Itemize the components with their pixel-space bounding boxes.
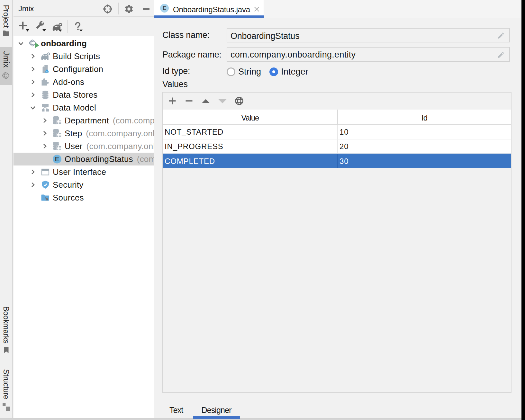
values-toolbar xyxy=(163,93,511,110)
package-name-field[interactable]: com.company.onboarding.entity xyxy=(227,47,510,62)
chevron-right-icon[interactable] xyxy=(29,65,37,73)
gradle-icon xyxy=(41,51,50,61)
tab-onboardingstatus[interactable]: E OnboardingStatus.java xyxy=(154,0,264,18)
move-up-icon[interactable] xyxy=(201,96,211,106)
stripe-button-project[interactable]: Project xyxy=(0,5,12,37)
tool-window-header: Jmix xyxy=(14,0,154,17)
add-value-icon[interactable] xyxy=(168,96,177,106)
tree-item-security[interactable]: Security xyxy=(14,178,154,191)
editor-area: E OnboardingStatus.java Class name: Onbo… xyxy=(154,0,521,418)
tree-item-department[interactable]: Department(com.company.onboarding.entity… xyxy=(14,114,154,127)
locate-icon[interactable] xyxy=(103,0,113,18)
tree-item-data-stores[interactable]: Data Stores xyxy=(14,88,154,101)
tree-item-label: Add-ons xyxy=(53,77,84,87)
radio-selected-icon[interactable] xyxy=(269,67,278,76)
entity-icon xyxy=(52,129,62,138)
tree-item-package: (com.company.onboarding.entity) xyxy=(137,154,154,164)
stripe-button-jmix[interactable]: Jmix xyxy=(0,47,12,85)
bottom-tab-text[interactable]: Text xyxy=(161,402,191,418)
radio-option-integer[interactable]: Integer xyxy=(269,67,317,77)
localize-icon[interactable] xyxy=(235,96,244,106)
bookmark-icon xyxy=(2,346,10,354)
tab-title: OnboardingStatus.java xyxy=(173,5,250,14)
tree-item-data-model[interactable]: Data Model xyxy=(14,101,154,114)
help-icon[interactable] xyxy=(74,21,86,33)
chevron-down-icon[interactable] xyxy=(29,103,37,112)
tree-item-step[interactable]: Step(com.company.onboarding.entity) xyxy=(14,127,154,140)
stripe-button-bookmarks[interactable]: Bookmarks xyxy=(0,306,12,354)
move-down-icon xyxy=(218,96,228,106)
tree-item-label: Step xyxy=(65,129,82,139)
structure-icon xyxy=(2,403,10,411)
tree-item-label: Build Scripts xyxy=(53,51,100,61)
screen-black-edge xyxy=(521,0,525,420)
folder-icon xyxy=(2,29,10,37)
config-icon xyxy=(41,64,50,74)
values-table: Value Id NOT_STARTED 10IN_PROGRESS 20COM… xyxy=(163,110,511,168)
edit-pencil-icon[interactable] xyxy=(497,51,505,58)
jmix-mono-icon xyxy=(2,71,11,80)
radio-unselected-icon[interactable] xyxy=(227,67,235,76)
gradle-icon[interactable] xyxy=(51,21,63,33)
shield-icon xyxy=(41,180,50,190)
tree-item-onboarding[interactable]: onboarding xyxy=(14,37,154,50)
tree-item-user[interactable]: User(com.company.onboarding.entity) xyxy=(14,140,154,153)
chevron-down-icon[interactable] xyxy=(17,39,25,48)
id-type-label: Id type: xyxy=(162,66,190,76)
close-icon[interactable] xyxy=(254,6,260,12)
tree-item-configuration[interactable]: Configuration xyxy=(14,63,154,76)
chevron-right-icon[interactable] xyxy=(29,52,37,60)
stripe-label: Bookmarks xyxy=(2,306,11,344)
chevron-right-icon[interactable] xyxy=(41,142,49,150)
table-row-not_started[interactable]: NOT_STARTED 10 xyxy=(163,125,511,139)
radio-label: Integer xyxy=(281,67,308,77)
tree-item-onboardingstatus[interactable]: E OnboardingStatus(com.company.onboardin… xyxy=(14,153,154,165)
remove-value-icon[interactable] xyxy=(185,96,194,106)
chevron-right-icon[interactable] xyxy=(29,168,37,176)
hide-icon[interactable] xyxy=(142,0,151,18)
column-header-value[interactable]: Value xyxy=(163,110,337,124)
chevron-right-icon[interactable] xyxy=(29,181,37,189)
cell-value[interactable]: IN_PROGRESS xyxy=(163,139,337,153)
tree-item-add-ons[interactable]: Add-ons xyxy=(14,76,154,88)
cell-id[interactable]: 30 xyxy=(337,154,511,168)
editor-tab-bar: E OnboardingStatus.java xyxy=(154,0,521,18)
tools-icon[interactable] xyxy=(35,21,47,33)
gear-icon[interactable] xyxy=(124,0,134,18)
jmix-project-tree: onboarding Build Scripts Configuration A… xyxy=(14,36,154,418)
class-name-field[interactable]: OnboardingStatus xyxy=(227,28,510,42)
stripe-label: Project xyxy=(2,5,11,28)
bottom-tab-label: Text xyxy=(169,406,183,415)
edit-pencil-icon[interactable] xyxy=(497,32,505,39)
chevron-right-icon[interactable] xyxy=(41,116,49,125)
chevron-right-icon[interactable] xyxy=(29,78,37,86)
folder-sources-icon xyxy=(41,193,50,202)
tree-item-label: Configuration xyxy=(53,64,103,74)
stripe-label: Structure xyxy=(2,369,11,399)
values-table-header: Value Id xyxy=(163,110,511,125)
tree-item-sources[interactable]: Sources xyxy=(14,191,154,204)
chevron-right-icon[interactable] xyxy=(41,129,49,138)
cell-id[interactable]: 20 xyxy=(337,139,511,153)
chevron-right-icon[interactable] xyxy=(29,91,37,99)
cell-id[interactable]: 10 xyxy=(337,125,511,139)
divider xyxy=(118,3,119,14)
stripe-button-structure[interactable]: Structure xyxy=(0,369,12,411)
tree-item-label: Security xyxy=(53,180,84,190)
column-header-id[interactable]: Id xyxy=(337,110,511,124)
class-name-label: Class name: xyxy=(162,30,210,40)
table-row-in_progress[interactable]: IN_PROGRESS 20 xyxy=(163,139,511,154)
tree-item-build-scripts[interactable]: Build Scripts xyxy=(14,50,154,63)
panel-divider[interactable] xyxy=(154,0,154,418)
puzzle-icon xyxy=(41,77,50,87)
datamodel-icon xyxy=(41,103,50,112)
tree-item-user-interface[interactable]: User Interface xyxy=(14,165,154,178)
cell-value[interactable]: COMPLETED xyxy=(163,154,337,168)
tree-item-package: (com.company.onboarding.entity) xyxy=(113,116,154,126)
stripe-label: Jmix xyxy=(2,51,11,67)
bottom-tab-designer[interactable]: Designer xyxy=(193,402,240,418)
cell-value[interactable]: NOT_STARTED xyxy=(163,125,337,139)
table-row-completed[interactable]: COMPLETED 30 xyxy=(163,154,511,168)
radio-option-string[interactable]: String xyxy=(227,67,269,77)
add-icon[interactable] xyxy=(19,21,30,33)
